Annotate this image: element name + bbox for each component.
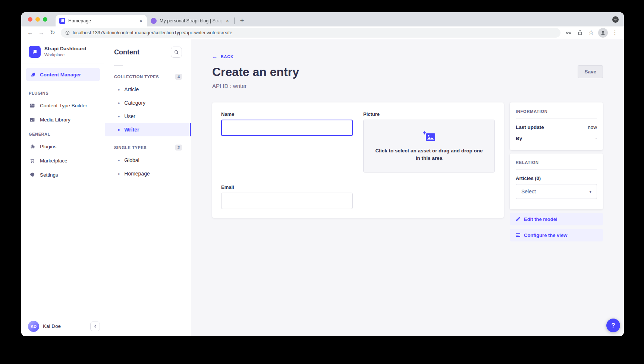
sidebar-item-marketplace[interactable]: Marketplace	[21, 153, 105, 168]
back-link[interactable]: ← BACK	[212, 54, 234, 60]
single-types-header: SINGLE TYPES 2	[105, 140, 191, 153]
configure-view-button[interactable]: Configure the view	[510, 229, 603, 241]
share-icon[interactable]	[575, 28, 585, 38]
browser-menu-icon[interactable]: ⋮	[610, 28, 620, 38]
feather-pen-icon	[29, 71, 36, 78]
bullet-icon: •	[118, 157, 120, 164]
close-tab-icon[interactable]: ×	[139, 18, 143, 24]
information-title: INFORMATION	[516, 109, 597, 114]
last-update-row: Last update now	[516, 124, 597, 130]
nav-item-label: Global	[124, 157, 139, 163]
user-name: Kai Doe	[43, 323, 61, 329]
configure-view-label: Configure the view	[524, 232, 567, 238]
sidebar-spacer	[21, 182, 105, 316]
url-text: localhost:1337/admin/content-manager/col…	[73, 30, 232, 35]
name-label: Name	[221, 111, 353, 117]
sidebar-item-label: Content-Type Builder	[40, 103, 87, 108]
sidebar-item-content-type-builder[interactable]: Content-Type Builder	[21, 98, 105, 113]
search-button[interactable]	[171, 47, 182, 58]
right-panel: INFORMATION Last update now By - RELATIO…	[510, 102, 603, 241]
strapi-logo-icon[interactable]	[29, 46, 41, 58]
content-nav-title: Content	[114, 48, 139, 56]
row-label: Last update	[516, 124, 544, 130]
name-field: Name	[221, 111, 353, 172]
information-panel: INFORMATION Last update now By -	[510, 102, 603, 150]
nav-item-global[interactable]: • Global	[105, 153, 191, 167]
nav-item-label: Writer	[124, 127, 139, 133]
tabs-container: Homepage × My personal Strapi blog | Str…	[56, 12, 247, 26]
tab-divider	[234, 18, 235, 24]
bullet-icon: •	[118, 127, 120, 133]
email-input[interactable]	[221, 193, 353, 209]
sidebar-item-content-manager[interactable]: Content Manager	[26, 68, 100, 81]
password-key-icon[interactable]	[563, 28, 574, 38]
nav-item-category[interactable]: • Category	[105, 96, 191, 110]
articles-select[interactable]: Select ▾	[516, 184, 597, 199]
nav-item-user[interactable]: • User	[105, 110, 191, 123]
select-placeholder: Select	[521, 189, 536, 194]
close-window-button[interactable]	[28, 17, 32, 22]
collapse-sidebar-button[interactable]	[90, 322, 100, 331]
sidebar-item-media-library[interactable]: Media Library	[21, 113, 105, 127]
help-button[interactable]: ?	[606, 319, 620, 332]
row-label: By	[516, 136, 522, 141]
browser-back-button[interactable]: ←	[25, 28, 35, 38]
blog-favicon-icon	[151, 18, 157, 24]
browser-forward-button[interactable]: →	[36, 28, 47, 38]
browser-reload-button[interactable]: ↻	[47, 28, 58, 38]
layout-icon	[29, 102, 35, 109]
url-bar[interactable]: localhost:1337/admin/content-manager/col…	[61, 28, 560, 38]
user-avatar[interactable]: KD	[28, 321, 39, 332]
pencil-icon	[515, 216, 521, 222]
user-row: KD Kai Doe	[21, 316, 105, 336]
tab-title: My personal Strapi blog | Strap	[160, 18, 222, 23]
nav-item-article[interactable]: • Article	[105, 83, 191, 96]
relation-panel: RELATION Articles (0) Select ▾	[510, 153, 603, 209]
close-tab-icon[interactable]: ×	[225, 18, 230, 24]
tab-blog[interactable]: My personal Strapi blog | Strap ×	[147, 15, 233, 26]
name-input[interactable]	[221, 120, 353, 136]
nav-item-writer[interactable]: • Writer	[105, 123, 191, 136]
group-label: COLLECTION TYPES	[114, 75, 159, 79]
browser-profile-avatar[interactable]	[598, 28, 608, 38]
sidebar-item-settings[interactable]: Settings	[21, 168, 105, 182]
main-content: ← BACK Create an entry API ID : writer S…	[191, 39, 624, 336]
zoom-window-button[interactable]	[43, 17, 47, 22]
nav-item-homepage[interactable]: • Homepage	[105, 167, 191, 180]
new-tab-button[interactable]: +	[237, 15, 247, 26]
back-label: BACK	[221, 54, 234, 59]
window-controls	[28, 17, 47, 22]
edit-model-button[interactable]: Edit the model	[510, 213, 603, 225]
picture-label: Picture	[363, 111, 495, 117]
tab-title: Homepage	[68, 18, 136, 23]
divider	[516, 169, 597, 170]
group-label: SINGLE TYPES	[114, 145, 147, 150]
workspace-name: Workplace	[44, 53, 87, 57]
sidebar-item-plugins[interactable]: Plugins	[21, 139, 105, 153]
browser-window: Homepage × My personal Strapi blog | Str…	[21, 12, 624, 336]
tab-strip: Homepage × My personal Strapi blog | Str…	[21, 12, 624, 26]
save-button[interactable]: Save	[578, 65, 603, 78]
sidebar-item-label: Marketplace	[40, 158, 67, 164]
gear-icon	[29, 171, 35, 178]
row-value: -	[596, 136, 597, 141]
strapi-favicon-icon	[59, 18, 65, 24]
tab-homepage[interactable]: Homepage ×	[56, 15, 147, 26]
nav-item-label: Category	[124, 100, 145, 106]
count-badge: 2	[175, 145, 182, 151]
page-info-icon[interactable]	[65, 30, 70, 35]
brand: Strapi Dashboard Workplace	[21, 39, 105, 63]
picture-dropzone[interactable]: Click to select an asset or drag and dro…	[363, 120, 495, 172]
search-icon	[174, 50, 179, 55]
sidebar-item-label: Content Manager	[40, 72, 81, 77]
divider	[114, 65, 123, 66]
minimize-window-button[interactable]	[35, 17, 40, 22]
app-name: Strapi Dashboard	[44, 46, 87, 52]
sidebar-item-label: Plugins	[40, 144, 56, 149]
api-id-subtitle: API ID : writer	[212, 83, 299, 89]
main-sidebar: Strapi Dashboard Workplace Content Manag…	[21, 39, 105, 336]
browser-toolbar: ← → ↻ localhost:1337/admin/content-manag…	[21, 26, 624, 39]
bookmark-star-icon[interactable]: ☆	[586, 28, 596, 38]
image-icon	[29, 116, 35, 123]
tab-search-button[interactable]	[612, 16, 619, 23]
